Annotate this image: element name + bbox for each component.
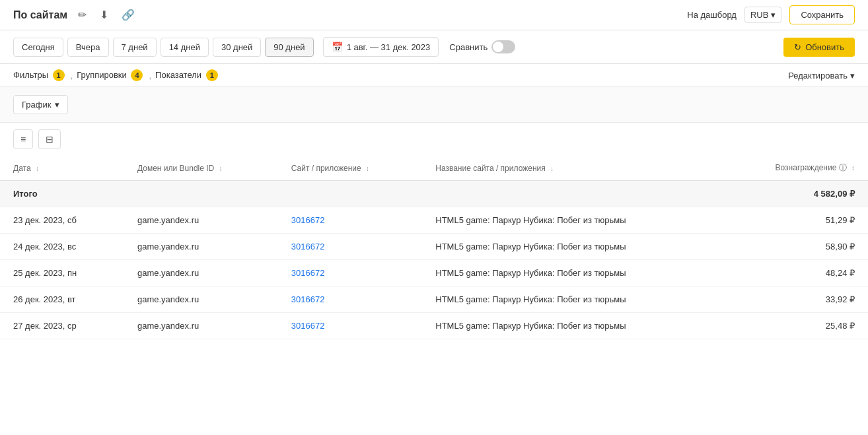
cell-site[interactable]: 3016672 [278, 207, 423, 234]
col-domain[interactable]: Домен или Bundle ID ↕ [124, 156, 278, 181]
site-link[interactable]: 3016672 [291, 242, 325, 251]
data-table: Дата ↕ Домен или Bundle ID ↕ Сайт / прил… [0, 156, 868, 339]
cell-reward: 25,48 ₽ [721, 313, 868, 339]
table-controls: ≡ ⊟ [0, 123, 868, 156]
period-30days[interactable]: 30 дней [213, 38, 261, 57]
filters-count-badge: 1 [53, 69, 65, 81]
chart-toggle-button[interactable]: График ▾ [13, 95, 68, 114]
compare-label: Сравнить [449, 42, 488, 52]
cell-domain: game.yandex.ru [124, 207, 278, 234]
col-site[interactable]: Сайт / приложение ↕ [278, 156, 423, 181]
cell-domain: game.yandex.ru [124, 260, 278, 286]
sort-icon-name: ↓ [550, 165, 554, 172]
page-title: По сайтам [13, 9, 67, 21]
metrics-count-badge: 1 [206, 69, 218, 81]
chevron-down-icon: ▾ [55, 100, 59, 110]
cell-site[interactable]: 3016672 [278, 313, 423, 339]
cell-site[interactable]: 3016672 [278, 234, 423, 260]
table-row: 25 дек. 2023, пн game.yandex.ru 3016672 … [0, 260, 868, 286]
link-button[interactable]: 🔗 [119, 6, 137, 24]
edit-link[interactable]: Редактировать ▾ [788, 71, 855, 81]
chart-label: График [22, 100, 51, 110]
cell-reward: 48,24 ₽ [721, 260, 868, 286]
compare-toggle[interactable] [491, 40, 515, 53]
total-row: Итого 4 582,09 ₽ [0, 181, 868, 207]
col-name[interactable]: Название сайта / приложения ↓ [422, 156, 721, 181]
sort-icon-reward: ↕ [851, 164, 855, 172]
link-icon: 🔗 [122, 9, 135, 21]
period-14days[interactable]: 14 дней [161, 38, 209, 57]
site-link[interactable]: 3016672 [291, 215, 325, 225]
site-link[interactable]: 3016672 [291, 294, 325, 304]
edit-button[interactable]: ✏ [75, 6, 89, 24]
table-header-row: Дата ↕ Домен или Bundle ID ↕ Сайт / прил… [0, 156, 868, 181]
toolbar: По сайтам ✏ ⬇ 🔗 На дашборд RUB ▾ Сохрани… [0, 0, 868, 30]
groups-count-badge: 4 [131, 69, 143, 81]
cell-site[interactable]: 3016672 [278, 260, 423, 286]
cell-reward: 33,92 ₽ [721, 286, 868, 313]
save-button[interactable]: Сохранить [789, 5, 855, 24]
currency-label: RUB [750, 10, 768, 20]
chevron-down-icon: ▾ [771, 10, 776, 20]
cell-domain: game.yandex.ru [124, 234, 278, 260]
period-7days[interactable]: 7 дней [113, 38, 157, 57]
cell-name: HTML5 game: Паркур Нубика: Побег из тюрь… [422, 234, 721, 260]
calendar-icon: 📅 [332, 42, 343, 52]
refresh-icon: ↻ [794, 42, 801, 52]
cell-site[interactable]: 3016672 [278, 286, 423, 313]
refresh-label: Обновить [805, 42, 844, 52]
cell-date: 25 дек. 2023, пн [0, 260, 124, 286]
total-label: Итого [0, 181, 124, 207]
sort-icon-domain: ↕ [219, 165, 223, 172]
cell-name: HTML5 game: Паркур Нубика: Побег из тюрь… [422, 286, 721, 313]
download-button[interactable]: ⬇ [97, 6, 111, 24]
metrics-label[interactable]: Показатели 1 [155, 69, 220, 81]
download-icon: ⬇ [100, 9, 108, 21]
cell-reward: 51,29 ₽ [721, 207, 868, 234]
col-date[interactable]: Дата ↕ [0, 156, 124, 181]
cell-name: HTML5 game: Паркур Нубика: Побег из тюрь… [422, 207, 721, 234]
period-90days[interactable]: 90 дней [265, 38, 313, 57]
table-row: 24 дек. 2023, вс game.yandex.ru 3016672 … [0, 234, 868, 260]
cell-date: 24 дек. 2023, вс [0, 234, 124, 260]
site-link[interactable]: 3016672 [291, 268, 325, 278]
table-row: 27 дек. 2023, ср game.yandex.ru 3016672 … [0, 313, 868, 339]
cell-domain: game.yandex.ru [124, 313, 278, 339]
table-filter-button[interactable]: ⊟ [38, 129, 61, 149]
table-row: 23 дек. 2023, сб game.yandex.ru 3016672 … [0, 207, 868, 234]
refresh-button[interactable]: ↻ Обновить [783, 38, 855, 57]
cell-name: HTML5 game: Паркур Нубика: Побег из тюрь… [422, 260, 721, 286]
dashboard-link[interactable]: На дашборд [687, 10, 737, 20]
sort-icon-site: ↕ [366, 165, 369, 172]
currency-selector[interactable]: RUB ▾ [744, 7, 781, 23]
period-today[interactable]: Сегодня [13, 38, 63, 57]
cell-name: HTML5 game: Паркур Нубика: Побег из тюрь… [422, 313, 721, 339]
date-range-label: 1 авг. — 31 дек. 2023 [347, 42, 431, 52]
chart-area: График ▾ [0, 87, 868, 123]
cell-domain: game.yandex.ru [124, 286, 278, 313]
date-toolbar: Сегодня Вчера 7 дней 14 дней 30 дней 90 … [0, 30, 868, 64]
date-range-picker[interactable]: 📅 1 авг. — 31 дек. 2023 [323, 37, 439, 57]
site-link[interactable]: 3016672 [291, 321, 325, 331]
filters-label[interactable]: Фильтры 1 [13, 69, 67, 81]
table-view-button[interactable]: ≡ [13, 129, 33, 149]
period-yesterday[interactable]: Вчера [67, 38, 109, 57]
total-reward: 4 582,09 ₽ [721, 181, 868, 207]
table-row: 26 дек. 2023, вт game.yandex.ru 3016672 … [0, 286, 868, 313]
cell-date: 23 дек. 2023, сб [0, 207, 124, 234]
cell-reward: 58,90 ₽ [721, 234, 868, 260]
cell-date: 27 дек. 2023, ср [0, 313, 124, 339]
chevron-down-icon: ▾ [850, 71, 855, 81]
edit-icon: ✏ [78, 9, 87, 21]
cell-date: 26 дек. 2023, вт [0, 286, 124, 313]
sort-icon-date: ↕ [36, 165, 39, 172]
col-reward[interactable]: Вознаграждение ⓘ ↕ [721, 156, 868, 181]
filters-row: Фильтры 1 , Группировки 4 , Показатели 1… [0, 64, 868, 87]
groups-label[interactable]: Группировки 4 [77, 69, 145, 81]
